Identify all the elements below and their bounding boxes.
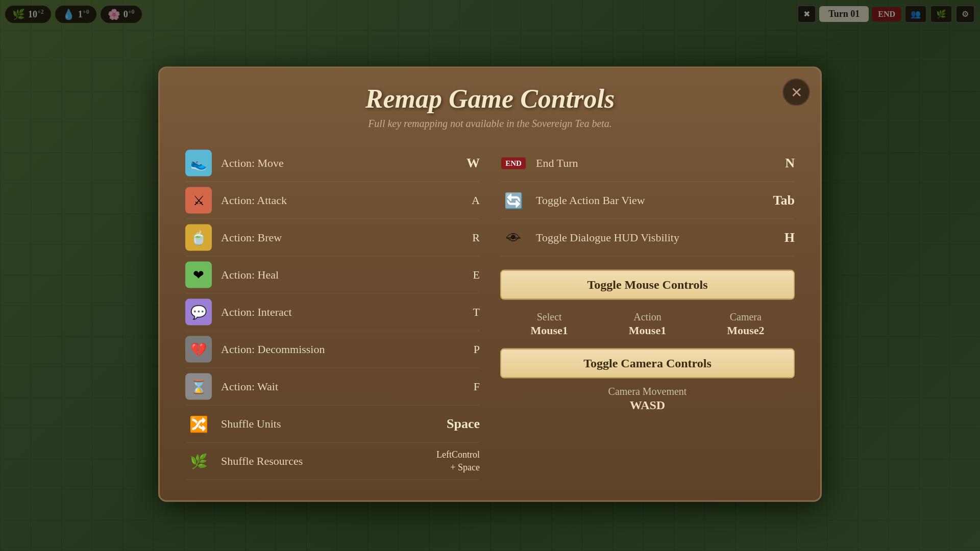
shuffle-resources-key: LeftControl+ Space [436,448,480,473]
mouse-controls-section: Toggle Mouse Controls Select Mouse1 Acti… [500,265,795,412]
binding-attack: ⚔ Action: Attack A [185,182,480,219]
end-turn-label: End Turn [536,157,754,170]
toggle-bar-key: Tab [754,193,795,208]
camera-movement-section: Camera Movement WASD [500,386,795,412]
decommission-key: P [439,343,480,356]
heal-label: Action: Heal [221,268,439,282]
dialog-title: Remap Game Controls [185,84,795,114]
toggle-bar-icon: 🔄 [500,187,527,214]
mouse-select-value: Mouse1 [500,324,598,337]
shuffle-units-icon: 🔀 [185,411,212,437]
mouse-camera-label: Camera [697,311,795,323]
binding-toggle-hud: 👁 Toggle Dialogue HUD Visbility H [500,219,795,257]
mouse-select-label: Select [500,311,598,323]
binding-end-turn: END End Turn N [500,145,795,182]
wait-icon: ⌛ [185,373,212,400]
close-button[interactable]: ✕ [782,79,810,106]
binding-wait: ⌛ Action: Wait F [185,368,480,406]
dialog-subtitle: Full key remapping not available in the … [185,118,795,130]
binding-brew: 🍵 Action: Brew R [185,219,480,257]
binding-shuffle-resources: 🌿 Shuffle Resources LeftControl+ Space [185,443,480,480]
binding-move: 👟 Action: Move W [185,145,480,182]
attack-label: Action: Attack [221,194,439,207]
interact-key: T [439,306,480,319]
mouse-select-col: Select Mouse1 [500,311,598,337]
heal-key: E [439,268,480,282]
mouse-camera-value: Mouse2 [697,324,795,337]
remap-controls-dialog: ✕ Remap Game Controls Full key remapping… [158,67,822,502]
toggle-bar-label: Toggle Action Bar View [536,194,754,207]
wait-label: Action: Wait [221,380,439,393]
toggle-camera-button[interactable]: Toggle Camera Controls [500,348,795,379]
brew-icon: 🍵 [185,224,212,251]
end-turn-key: N [754,156,795,171]
binding-interact: 💬 Action: Interact T [185,294,480,331]
shuffle-resources-icon: 🌿 [185,448,212,474]
attack-icon: ⚔ [185,187,212,214]
shuffle-units-key: Space [439,416,480,432]
wait-key: F [439,380,480,393]
end-tag: END [501,157,526,169]
interact-icon: 💬 [185,299,212,325]
mouse-camera-col: Camera Mouse2 [697,311,795,337]
mouse-action-label: Action [598,311,696,323]
brew-key: R [439,231,480,244]
toggle-hud-icon: 👁 [500,224,527,251]
right-bindings: END End Turn N 🔄 Toggle Action Bar View … [500,145,795,480]
decommission-icon: 💔 [185,336,212,363]
shuffle-units-label: Shuffle Units [221,417,439,431]
move-icon: 👟 [185,150,212,177]
binding-toggle-bar: 🔄 Toggle Action Bar View Tab [500,182,795,219]
binding-decommission: 💔 Action: Decommission P [185,331,480,368]
binding-heal: ❤ Action: Heal E [185,257,480,294]
shuffle-resources-label: Shuffle Resources [221,455,436,468]
mouse-controls-row: Select Mouse1 Action Mouse1 Camera Mouse… [500,307,795,341]
end-turn-icon: END [500,150,527,177]
toggle-mouse-button[interactable]: Toggle Mouse Controls [500,270,795,300]
brew-label: Action: Brew [221,231,439,244]
toggle-hud-label: Toggle Dialogue HUD Visbility [536,231,754,244]
decommission-label: Action: Decommission [221,343,439,356]
left-bindings: 👟 Action: Move W ⚔ Action: Attack A 🍵 Ac… [185,145,480,480]
heal-icon: ❤ [185,262,212,288]
move-label: Action: Move [221,157,439,170]
mouse-action-value: Mouse1 [598,324,696,337]
binding-shuffle-units: 🔀 Shuffle Units Space [185,406,480,443]
attack-key: A [439,194,480,207]
controls-grid: 👟 Action: Move W ⚔ Action: Attack A 🍵 Ac… [185,145,795,480]
move-key: W [439,156,480,171]
camera-movement-label: Camera Movement [500,386,795,397]
camera-movement-value: WASD [500,398,795,412]
interact-label: Action: Interact [221,306,439,319]
mouse-action-col: Action Mouse1 [598,311,696,337]
toggle-hud-key: H [754,230,795,245]
